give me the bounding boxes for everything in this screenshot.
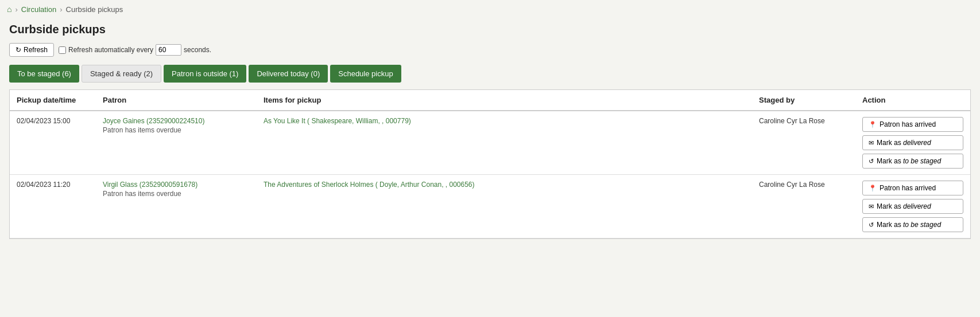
tab-schedule-pickup[interactable]: Schedule pickup — [330, 65, 401, 83]
mark-delivered-2[interactable]: ✉Mark as delivered — [862, 199, 963, 214]
auto-refresh-unit: seconds. — [184, 46, 211, 54]
patron-link-1[interactable]: Virgil Glass (23529000591678) — [103, 181, 197, 189]
patron-link-0[interactable]: Joyce Gaines (23529000224510) — [103, 117, 204, 125]
cell-staged-by-0: Caroline Cyr La Rose — [752, 111, 855, 175]
cell-action-0: 📍Patron has arrived✉Mark as delivered↺Ma… — [855, 111, 970, 175]
mark-delivered-1[interactable]: ✉Mark as delivered — [862, 135, 963, 150]
cell-items-1: The Adventures of Sherlock Holmes ( Doyl… — [257, 175, 752, 238]
col-header-items: Items for pickup — [257, 90, 752, 111]
toolbar: ↻ Refresh Refresh automatically every se… — [9, 43, 971, 57]
tab-delivered-today[interactable]: Delivered today (0) — [249, 65, 328, 83]
mark-delivered-2-label: Mark as delivered — [877, 202, 931, 210]
col-header-action: Action — [855, 90, 970, 111]
patron-arrived-1[interactable]: 📍Patron has arrived — [862, 117, 963, 132]
mark-delivered-1-label: Mark as delivered — [877, 139, 931, 147]
breadcrumb: ⌂ › Circulation › Curbside pickups — [0, 0, 980, 18]
tab-to-be-staged[interactable]: To be staged (6) — [9, 65, 79, 83]
auto-refresh-checkbox[interactable] — [59, 46, 66, 54]
cell-staged-by-1: Caroline Cyr La Rose — [752, 175, 855, 238]
patron-arrived-2-label: Patron has arrived — [880, 184, 936, 192]
patron-note-0: Patron has items overdue — [103, 126, 250, 134]
refresh-label: Refresh — [24, 46, 48, 54]
breadcrumb-sep-2: › — [60, 5, 62, 14]
cell-pickup-datetime-1: 02/04/2023 11:20 — [10, 175, 96, 238]
auto-refresh-interval-input[interactable] — [156, 44, 181, 56]
tabs-container: To be staged (6) Staged & ready (2) Patr… — [9, 65, 971, 83]
mark-delivered-1-icon: ✉ — [869, 139, 874, 147]
item-link-0[interactable]: As You Like It ( Shakespeare, William, ,… — [264, 117, 411, 125]
table-row: 02/04/2023 11:20Virgil Glass (2352900059… — [10, 175, 970, 238]
mark-delivered-2-icon: ✉ — [869, 203, 874, 210]
mark-to-be-staged-1[interactable]: ↺Mark as to be staged — [862, 154, 963, 169]
table-row: 02/04/2023 15:00Joyce Gaines (2352900022… — [10, 111, 970, 175]
tab-staged-ready[interactable]: Staged & ready (2) — [82, 65, 161, 83]
breadcrumb-sep-1: › — [15, 5, 17, 14]
tab-patron-outside[interactable]: Patron is outside (1) — [164, 65, 246, 83]
auto-refresh-text: Refresh automatically every — [68, 46, 153, 54]
col-header-patron: Patron — [96, 90, 257, 111]
breadcrumb-current: Curbside pickups — [66, 5, 123, 14]
col-header-pickup-datetime: Pickup date/time — [10, 90, 96, 111]
mark-to-be-staged-2-label: Mark as to be staged — [877, 221, 941, 229]
mark-to-be-staged-1-label: Mark as to be staged — [877, 157, 941, 165]
patron-arrived-1-label: Patron has arrived — [880, 120, 936, 128]
patron-arrived-2-icon: 📍 — [869, 185, 877, 192]
patron-arrived-1-icon: 📍 — [869, 121, 877, 128]
breadcrumb-circulation[interactable]: Circulation — [21, 5, 56, 14]
cell-items-0: As You Like It ( Shakespeare, William, ,… — [257, 111, 752, 175]
refresh-button[interactable]: ↻ Refresh — [9, 43, 54, 57]
patron-arrived-2[interactable]: 📍Patron has arrived — [862, 181, 963, 195]
table-header-row: Pickup date/time Patron Items for pickup… — [10, 90, 970, 111]
patron-note-1: Patron has items overdue — [103, 190, 250, 198]
col-header-staged-by: Staged by — [752, 90, 855, 111]
mark-to-be-staged-2[interactable]: ↺Mark as to be staged — [862, 217, 963, 232]
pickups-table-container: Pickup date/time Patron Items for pickup… — [9, 89, 971, 239]
mark-to-be-staged-1-icon: ↺ — [869, 158, 874, 165]
pickups-table: Pickup date/time Patron Items for pickup… — [10, 90, 970, 238]
refresh-icon: ↻ — [16, 46, 21, 54]
item-link-1[interactable]: The Adventures of Sherlock Holmes ( Doyl… — [264, 181, 475, 189]
cell-pickup-datetime-0: 02/04/2023 15:00 — [10, 111, 96, 175]
cell-action-1: 📍Patron has arrived✉Mark as delivered↺Ma… — [855, 175, 970, 238]
cell-patron-0: Joyce Gaines (23529000224510)Patron has … — [96, 111, 257, 175]
page-title: Curbside pickups — [9, 23, 971, 36]
cell-patron-1: Virgil Glass (23529000591678)Patron has … — [96, 175, 257, 238]
mark-to-be-staged-2-icon: ↺ — [869, 221, 874, 229]
home-icon[interactable]: ⌂ — [7, 5, 11, 14]
auto-refresh-label: Refresh automatically every seconds. — [59, 44, 211, 56]
